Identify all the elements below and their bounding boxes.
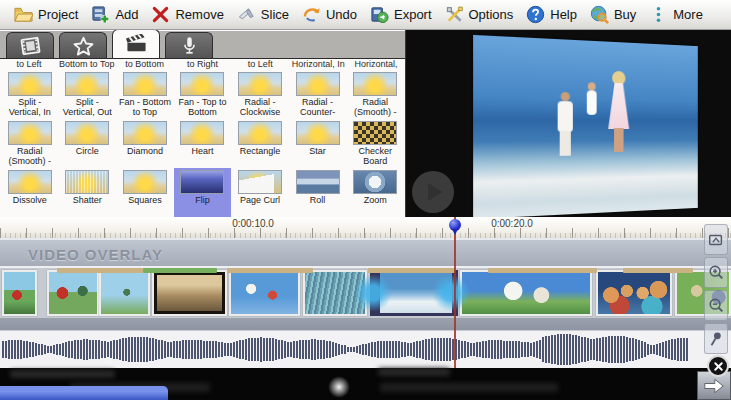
transition-split-vertical-in[interactable]: Split - Vertical, In (1, 70, 59, 119)
transition-fan-bottom-to-top[interactable]: Fan - Bottom to Top (116, 70, 174, 119)
toolbar-button-add[interactable]: Add (91, 5, 138, 24)
waveform-bar (608, 336, 610, 363)
toolbar-button-undo[interactable]: Undo (302, 5, 357, 24)
tab-filmstrip[interactable] (6, 32, 54, 58)
toolbar-button-export[interactable]: Export (370, 5, 432, 24)
close-button[interactable] (707, 355, 729, 377)
waveform-bar (170, 342, 172, 357)
transition-flip-selected[interactable]: Flip (174, 168, 232, 217)
waveform-bar (83, 339, 85, 359)
transition-name: Diamond (117, 146, 173, 156)
toolbar-button-options[interactable]: Options (445, 5, 514, 24)
tab-clapperboard[interactable] (112, 29, 160, 58)
waveform-bar (257, 338, 259, 362)
transition-rectangle[interactable]: Rectangle (231, 119, 289, 168)
slice-icon (237, 5, 256, 24)
transition-star[interactable]: Star (289, 119, 347, 168)
transition-diamond[interactable]: Diamond (116, 119, 174, 168)
waveform-bar (530, 343, 532, 356)
waveform-bar (602, 337, 604, 362)
playhead-pin[interactable] (449, 219, 461, 231)
waveform-bar (263, 338, 265, 362)
waveform-bar (659, 343, 661, 357)
waveform-bar (449, 338, 451, 360)
toolbar-button-help[interactable]: Help (526, 5, 577, 24)
clip-kidsred[interactable] (2, 270, 37, 316)
clip-thumbnail (598, 272, 670, 314)
clip-sepia[interactable] (152, 270, 227, 316)
video-overlay-track[interactable]: VIDEO OVERLAY (0, 238, 731, 268)
transitions-list[interactable]: to LeftBottom to Topto Bottomto Rightto … (0, 58, 405, 218)
transition-radial-smooth[interactable]: Radial (Smooth) - (1, 119, 59, 168)
arrow-right-icon (701, 376, 727, 396)
play-button[interactable] (412, 171, 454, 213)
transition-name: Zoom (347, 195, 403, 205)
transition-dissolve[interactable]: Dissolve (1, 168, 59, 217)
faded-text-block (378, 368, 450, 376)
clip-kidsred2[interactable] (47, 270, 99, 316)
transition-shatter[interactable]: Shatter (59, 168, 117, 217)
waveform-bar (101, 341, 103, 358)
transition-heart[interactable]: Heart (174, 119, 232, 168)
transition-duration-bar[interactable] (57, 268, 143, 273)
transition-duration-bar[interactable] (368, 268, 455, 273)
transition-roll[interactable]: Roll (289, 168, 347, 217)
tab-microphone[interactable] (165, 32, 213, 58)
transition-name: Flip (174, 195, 230, 205)
transition-duration-bar[interactable] (488, 268, 597, 273)
transition-duration-bar[interactable] (143, 268, 217, 273)
waveform-bar (428, 339, 430, 360)
toolbar-button-project[interactable]: Project (14, 5, 78, 24)
transition-radial-clockwise[interactable]: Radial - Clockwise (231, 70, 289, 119)
transition-name: Radial - Counter- (290, 97, 346, 117)
transition-duration-bar[interactable] (227, 268, 313, 273)
transition-squares[interactable]: Squares (116, 168, 174, 217)
transition-circle[interactable]: Circle (59, 119, 117, 168)
zoom-out-button[interactable] (704, 290, 728, 321)
clip-fieldblue[interactable] (99, 270, 150, 316)
toolbar-button-more[interactable]: More (649, 5, 703, 24)
transition-name: Split - Vertical, In (2, 97, 58, 117)
transition-glow-right (432, 274, 470, 312)
notification-bar[interactable] (0, 386, 168, 400)
transition-duration-bar[interactable] (623, 268, 693, 273)
waveform-bar (14, 340, 16, 359)
transition-page-curl[interactable]: Page Curl (231, 168, 289, 217)
frame-button[interactable] (704, 224, 728, 255)
waveform-bar (242, 340, 244, 360)
clip-group[interactable] (596, 270, 672, 316)
transition-checker-board[interactable]: Checker Board (346, 119, 404, 168)
toolbar-button-slice[interactable]: Slice (237, 5, 289, 24)
transition-thumbnail (353, 121, 397, 145)
status-bar (0, 368, 731, 400)
transition-partial-label: Horizontal, In (289, 59, 347, 70)
waveform-bar (248, 338, 250, 360)
waveform-bar (434, 338, 436, 361)
pin-button[interactable] (704, 323, 728, 354)
zoom-in-button[interactable] (704, 257, 728, 288)
toolbar-button-remove[interactable]: Remove (151, 5, 223, 24)
audio-waveform-track[interactable] (0, 331, 731, 368)
audio-track-header[interactable] (0, 318, 731, 331)
timeline-ruler[interactable]: 0:00:10.00:00:20.0 (0, 217, 731, 239)
transition-radial-smooth[interactable]: Radial (Smooth) - (346, 70, 404, 119)
waveform-bar (185, 340, 187, 359)
waveform-bar (107, 342, 109, 357)
waveform-bar (632, 338, 634, 360)
transition-thumbnail (180, 121, 224, 145)
video-preview[interactable] (405, 30, 731, 217)
tab-star[interactable] (59, 32, 107, 58)
video-track[interactable] (0, 268, 731, 318)
transition-split-vertical-out[interactable]: Split - Vertical, Out (59, 70, 117, 119)
waveform-bar (230, 343, 232, 357)
clip-park[interactable] (460, 270, 592, 316)
transition-radial-counter[interactable]: Radial - Counter- (289, 70, 347, 119)
clip-planes[interactable] (229, 270, 300, 316)
toolbar-button-buy[interactable]: Buy (590, 5, 636, 24)
clip-selected-beach[interactable] (370, 270, 458, 316)
transition-zoom[interactable]: Zoom (346, 168, 404, 217)
waveform-bar (470, 343, 472, 356)
transition-thumbnail (180, 72, 224, 96)
glow-dot (328, 376, 350, 398)
transition-fan-top-to-bottom[interactable]: Fan - Top to Bottom (174, 70, 232, 119)
